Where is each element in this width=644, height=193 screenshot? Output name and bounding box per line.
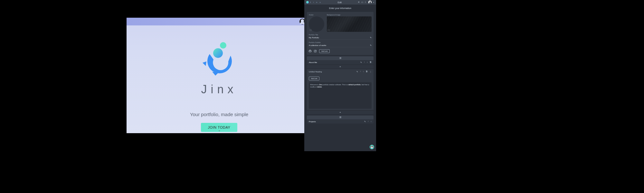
moon-icon[interactable]: ☾ xyxy=(365,1,367,4)
jinx-logo-icon xyxy=(306,1,309,4)
add-link-button[interactable]: Add Link xyxy=(309,77,319,80)
landing-window: ▾ Jinx Your portfolio, made simple JOIN … xyxy=(127,18,312,133)
avatar-label: Avatar xyxy=(309,14,324,16)
svg-point-0 xyxy=(220,42,226,49)
svg-point-3 xyxy=(315,51,316,51)
svg-point-1 xyxy=(213,48,223,58)
svg-point-4 xyxy=(316,50,316,51)
section-title: About Me xyxy=(309,61,317,63)
body-text: portfolio creation software. This is a xyxy=(322,84,348,86)
hero-area: Jinx Your portfolio, made simple JOIN TO… xyxy=(127,40,312,132)
background-upload[interactable]: ⬚ xyxy=(327,16,372,32)
github-icon[interactable] xyxy=(309,50,311,53)
section-drag-handle[interactable]: ☰ xyxy=(307,56,374,60)
move-up-icon[interactable]: ↑ xyxy=(360,70,361,73)
section-drag-handle[interactable]: ☰ xyxy=(307,115,374,119)
portfolio-subtitle-value: A collection of works xyxy=(309,44,326,46)
avatar-upload[interactable]: ⬚ xyxy=(309,16,324,32)
page-title: Edit xyxy=(322,1,358,4)
brand-wordmark: Jinx xyxy=(201,83,237,96)
save-fab[interactable]: 💾 xyxy=(370,145,374,149)
tagline-text: Your portfolio, made simple xyxy=(190,112,248,117)
move-down-icon[interactable]: ↓ xyxy=(371,120,372,123)
editor-subtitle: Enter your information xyxy=(304,5,376,11)
section-header-projects: Projects ✎ ↑ ↓ xyxy=(307,119,374,124)
editor-topbar: J i n x Edit ☀ ⬭ ☾ ▾ xyxy=(304,0,376,5)
upload-icon[interactable]: ⬚ xyxy=(328,29,330,31)
section-title: Projects xyxy=(309,121,316,123)
body-bold: Jinx xyxy=(319,84,322,86)
editor-window: J i n x Edit ☀ ⬭ ☾ ▾ Enter your informat… xyxy=(304,0,376,151)
account-icon[interactable] xyxy=(368,1,372,4)
sun-icon[interactable]: ☀ xyxy=(358,1,360,4)
portfolio-title-value: My Portfolio xyxy=(309,37,319,39)
body-bold: default portfolio xyxy=(348,84,361,86)
pencil-icon[interactable]: ✎ xyxy=(370,36,372,39)
toggle-icon[interactable]: ⬭ xyxy=(361,1,363,4)
jinx-logo-icon xyxy=(200,40,239,78)
pencil-icon[interactable]: ✎ xyxy=(364,120,366,123)
pencil-icon[interactable]: ✎ xyxy=(356,70,358,73)
trash-icon[interactable]: 🗑 xyxy=(370,61,372,63)
landing-topbar: ▾ xyxy=(127,18,312,25)
more-icon[interactable]: ⋮ xyxy=(370,70,372,73)
add-block-button[interactable]: + xyxy=(307,65,374,69)
pencil-icon[interactable]: ✎ xyxy=(360,61,362,63)
move-up-icon[interactable]: ↑ xyxy=(364,61,365,63)
info-panel: Avatar ⬚ Background Image ⬚ Portfolio Ti… xyxy=(307,12,374,55)
content-block: Untitled Heading ✎ ↑ ↓ 🗑 ⋮ Add Link Welc… xyxy=(307,69,374,110)
brand-text: J i n x xyxy=(310,1,322,3)
body-bold: delete xyxy=(317,86,322,88)
move-down-icon[interactable]: ↓ xyxy=(363,70,364,73)
instagram-icon[interactable] xyxy=(314,50,317,53)
block-body-textarea[interactable]: Welcome to Jinx portfolio creation softw… xyxy=(309,82,372,109)
body-text: Welcome to xyxy=(310,84,319,86)
block-title: Untitled Heading xyxy=(309,71,322,73)
move-down-icon[interactable]: ↓ xyxy=(367,61,368,63)
add-link-button[interactable]: Add Link xyxy=(319,49,330,53)
upload-icon[interactable]: ⬚ xyxy=(310,29,312,31)
section-header-about: About Me ✎ ↑ ↓ 🗑 xyxy=(307,60,374,64)
scroll-down-icon[interactable]: ⌄ xyxy=(218,128,221,132)
brand-area[interactable]: J i n x xyxy=(306,1,322,4)
add-block-button[interactable]: + xyxy=(307,111,374,114)
bg-label: Background Image xyxy=(327,14,372,16)
pencil-icon[interactable]: ✎ xyxy=(370,44,372,46)
body-text: . xyxy=(322,86,322,88)
chevron-down-icon[interactable]: ▾ xyxy=(373,1,374,3)
trash-icon[interactable]: 🗑 xyxy=(366,70,368,73)
move-up-icon[interactable]: ↑ xyxy=(368,120,369,123)
